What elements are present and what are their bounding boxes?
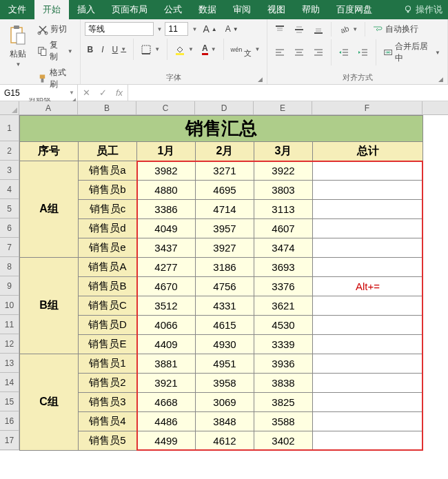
cell[interactable]: 3982 xyxy=(137,161,196,181)
cell[interactable]: 3621 xyxy=(254,296,313,316)
cell[interactable]: 3512 xyxy=(137,296,196,316)
row-header[interactable]: 11 xyxy=(0,315,19,334)
row-header[interactable]: 1 xyxy=(0,115,19,141)
row-header[interactable]: 16 xyxy=(0,411,19,431)
cell[interactable] xyxy=(313,219,423,238)
col-header[interactable]: E xyxy=(254,101,312,114)
cell[interactable]: 销售员5 xyxy=(79,431,137,451)
border-button[interactable]: ▼ xyxy=(138,43,163,57)
cell[interactable]: 销售员a xyxy=(79,161,137,181)
cell[interactable]: 销售员d xyxy=(79,219,137,238)
cell[interactable]: 3921 xyxy=(137,374,196,393)
grow-font-button[interactable]: A▲ xyxy=(200,22,219,36)
align-bottom-button[interactable] xyxy=(310,23,327,37)
cut-button[interactable]: 剪切 xyxy=(34,22,76,37)
tab-layout[interactable]: 页面布局 xyxy=(103,0,156,19)
cell[interactable]: Alt+= xyxy=(313,277,423,296)
fill-color-button[interactable]: ▼ xyxy=(172,43,196,57)
name-box[interactable]: ▼ xyxy=(0,85,78,101)
cell[interactable]: 4409 xyxy=(137,335,196,354)
cell[interactable]: 3339 xyxy=(254,335,313,354)
cell[interactable]: 员工 xyxy=(79,142,137,161)
align-center-button[interactable] xyxy=(291,45,307,59)
cell[interactable]: 销售汇总 xyxy=(20,116,423,142)
cell[interactable]: 3957 xyxy=(196,219,254,238)
chevron-down-icon[interactable]: ▼ xyxy=(192,26,197,32)
cell[interactable]: 销售员C xyxy=(79,296,137,316)
row-header[interactable]: 7 xyxy=(0,238,19,257)
cell[interactable]: 2月 xyxy=(196,142,254,161)
cell[interactable]: 销售员1 xyxy=(79,354,137,374)
cell[interactable]: 销售员b xyxy=(79,181,137,200)
select-all-corner[interactable] xyxy=(0,101,19,114)
cell[interactable]: 4607 xyxy=(254,219,313,238)
row-header[interactable]: 17 xyxy=(0,431,19,450)
col-header[interactable]: D xyxy=(195,101,254,114)
cell[interactable]: 3376 xyxy=(254,277,313,296)
cell[interactable]: 销售员E xyxy=(79,335,137,354)
cell[interactable]: 3588 xyxy=(254,412,313,431)
cell[interactable]: 3693 xyxy=(254,258,313,277)
cell[interactable]: 4277 xyxy=(137,258,196,277)
cell[interactable]: 3922 xyxy=(254,161,313,181)
cell[interactable]: 销售员B xyxy=(79,277,137,296)
cell[interactable]: 3月 xyxy=(254,142,313,161)
tell-me[interactable]: 操作说 xyxy=(398,0,448,19)
col-header[interactable]: F xyxy=(312,101,422,114)
cell[interactable]: 3881 xyxy=(137,354,196,374)
cell[interactable] xyxy=(313,296,423,316)
cell[interactable]: 3474 xyxy=(254,238,313,258)
decrease-indent-button[interactable] xyxy=(336,45,352,59)
cell[interactable]: 3936 xyxy=(254,354,313,374)
tab-home[interactable]: 开始 xyxy=(34,0,69,19)
underline-button[interactable]: U▼ xyxy=(110,43,130,56)
align-left-button[interactable] xyxy=(272,45,288,59)
paste-button[interactable]: 粘贴 ▼ xyxy=(4,22,32,70)
italic-button[interactable]: I xyxy=(99,43,106,56)
cell[interactable] xyxy=(313,200,423,219)
cell[interactable]: 3069 xyxy=(196,393,254,412)
wrap-text-button[interactable]: 自动换行 xyxy=(369,22,421,37)
cell[interactable]: 4930 xyxy=(196,335,254,354)
cell[interactable]: 4486 xyxy=(137,412,196,431)
font-name-select[interactable] xyxy=(85,22,154,36)
cell[interactable]: 3825 xyxy=(254,393,313,412)
row-header[interactable]: 8 xyxy=(0,257,19,276)
copy-button[interactable]: 复制▼ xyxy=(34,38,76,64)
cell[interactable] xyxy=(313,335,423,354)
cell[interactable]: 3848 xyxy=(196,412,254,431)
cell[interactable]: 3958 xyxy=(196,374,254,393)
cell[interactable]: 4951 xyxy=(196,354,254,374)
col-header[interactable]: C xyxy=(136,101,195,114)
cell[interactable]: 3927 xyxy=(196,238,254,258)
tab-data[interactable]: 数据 xyxy=(190,0,225,19)
cell[interactable]: 4670 xyxy=(137,277,196,296)
cell[interactable]: 4612 xyxy=(196,431,254,451)
increase-indent-button[interactable] xyxy=(355,45,371,59)
row-header[interactable]: 12 xyxy=(0,334,19,354)
enter-button[interactable]: ✓ xyxy=(94,88,111,98)
row-header[interactable]: 4 xyxy=(0,180,19,199)
cell[interactable]: C组 xyxy=(20,354,79,451)
merge-center-button[interactable]: 合并后居中▼ xyxy=(380,39,443,65)
cell[interactable] xyxy=(313,181,423,200)
cell[interactable]: 4049 xyxy=(137,219,196,238)
cell[interactable]: 销售员A xyxy=(79,258,137,277)
cell[interactable]: 3386 xyxy=(137,200,196,219)
cell[interactable]: 1月 xyxy=(137,142,196,161)
launcher-icon[interactable]: ◢ xyxy=(438,76,443,83)
cell[interactable]: 销售员c xyxy=(79,200,137,219)
formula-input[interactable] xyxy=(128,85,448,101)
cell[interactable]: 3271 xyxy=(196,161,254,181)
cell[interactable] xyxy=(313,431,423,451)
cell[interactable]: 序号 xyxy=(20,142,79,161)
cell[interactable] xyxy=(313,316,423,335)
cell[interactable]: 4668 xyxy=(137,393,196,412)
row-header[interactable]: 14 xyxy=(0,373,19,392)
align-top-button[interactable] xyxy=(272,23,288,37)
cell[interactable]: 3803 xyxy=(254,181,313,200)
cell[interactable]: 4714 xyxy=(196,200,254,219)
tab-insert[interactable]: 插入 xyxy=(69,0,103,19)
cell[interactable]: 3113 xyxy=(254,200,313,219)
row-header[interactable]: 2 xyxy=(0,141,19,161)
